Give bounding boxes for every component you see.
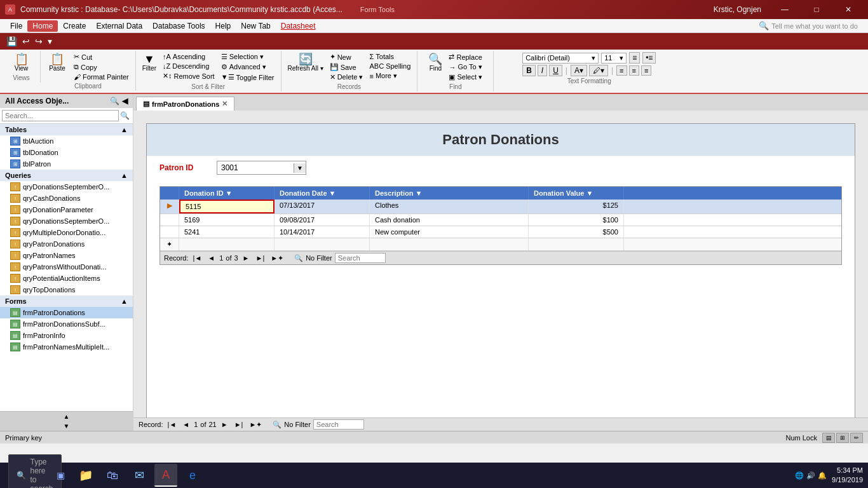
outer-new-record-button[interactable]: ►✦ xyxy=(247,420,264,430)
table-row[interactable]: 5241 10/14/2017 New computer $500 xyxy=(160,226,841,238)
forms-section-header[interactable]: Forms ▲ xyxy=(0,295,133,307)
font-selector[interactable]: Calibri (Detail) ▾ xyxy=(522,53,599,64)
remove-sort-button[interactable]: ✕↕ Remove Sort xyxy=(160,71,217,81)
more-button[interactable]: ≡ More ▾ xyxy=(367,71,414,81)
cell-donation-value-1[interactable]: $125 xyxy=(529,200,624,214)
col-header-donation-date[interactable]: Donation Date ▼ xyxy=(275,187,370,200)
menu-database-tools[interactable]: Database Tools xyxy=(147,20,210,32)
outer-next-record-button[interactable]: ► xyxy=(219,420,230,429)
replace-button[interactable]: ⇄ Replace xyxy=(446,52,485,62)
menu-create[interactable]: Create xyxy=(58,20,91,32)
toggle-filter-button[interactable]: ▼☰ Toggle Filter xyxy=(219,72,277,82)
customize-qa-button[interactable]: ▾ xyxy=(46,35,53,48)
new-record-row[interactable]: ✦ xyxy=(160,238,841,251)
first-record-button[interactable]: |◄ xyxy=(191,254,204,262)
cell-donation-id-1[interactable]: 5115 xyxy=(179,200,275,214)
menu-home[interactable]: Home xyxy=(27,20,58,32)
menu-file[interactable]: File xyxy=(5,20,27,32)
new-record-button[interactable]: ✦ New xyxy=(327,52,366,62)
inner-search-box[interactable] xyxy=(335,253,386,263)
tables-collapse-icon[interactable]: ▲ xyxy=(121,126,128,133)
nav-scroll-up[interactable]: ▲ xyxy=(0,412,133,421)
queries-collapse-icon[interactable]: ▲ xyxy=(121,172,128,179)
list-ordered-button[interactable]: ≡ xyxy=(629,52,640,64)
cell-description-2[interactable]: Cash donation xyxy=(370,214,529,226)
queries-section-header[interactable]: Queries ▲ xyxy=(0,170,133,181)
nav-item-tblDonation[interactable]: ⊞ tblDonation xyxy=(0,147,133,158)
taskbar-file-explorer[interactable]: 📁 xyxy=(74,464,97,487)
menu-external-data[interactable]: External Data xyxy=(91,20,147,32)
last-record-button[interactable]: ►| xyxy=(254,254,267,262)
cut-button[interactable]: ✂ Cut xyxy=(71,52,132,62)
notifications-icon[interactable]: 🔔 xyxy=(818,471,827,480)
list-unordered-button[interactable]: •≡ xyxy=(642,52,656,64)
nav-item-tblAuction[interactable]: ⊞ tblAuction xyxy=(0,135,133,147)
format-painter-button[interactable]: 🖌 Format Painter xyxy=(71,72,132,81)
minimize-button[interactable]: — xyxy=(770,0,799,19)
nav-item-qryDonationParameter[interactable]: ! qryDonationParameter xyxy=(0,204,133,215)
volume-icon[interactable]: 🔊 xyxy=(806,471,815,480)
nav-item-qryDonationsSept1[interactable]: ! qryDonationsSeptemberO... xyxy=(0,181,133,193)
nav-item-frmPatronInfo[interactable]: ▤ frmPatronInfo xyxy=(0,330,133,341)
save-qa-button[interactable]: 💾 xyxy=(5,35,18,48)
nav-item-qryTopDonations[interactable]: ! qryTopDonations xyxy=(0,284,133,295)
advanced-button[interactable]: ⚙ Advanced ▾ xyxy=(219,62,277,72)
font-color-button[interactable]: A▾ xyxy=(571,65,587,76)
italic-button[interactable]: I xyxy=(538,65,547,76)
nav-scroll-down[interactable]: ▼ xyxy=(0,421,133,431)
ascending-button[interactable]: ↑A Ascending xyxy=(160,52,217,61)
col-header-donation-id[interactable]: Donation ID ▼ xyxy=(179,187,275,200)
align-left-button[interactable]: ≡ xyxy=(616,65,627,76)
table-row[interactable]: 5169 09/08/2017 Cash donation $100 xyxy=(160,214,841,226)
nav-expand-icon[interactable]: ◀ xyxy=(122,97,128,105)
nav-item-frmPatronNamesMultiple[interactable]: ▤ frmPatronNamesMultipleIt... xyxy=(0,341,133,353)
patron-id-combo[interactable]: 3001 ▼ xyxy=(217,161,306,175)
nav-item-qryCashDonations[interactable]: ! qryCashDonations xyxy=(0,193,133,204)
form-view-button[interactable]: ▤ xyxy=(822,433,835,443)
taskbar-edge[interactable]: e xyxy=(181,464,204,487)
nav-item-qryDonationsSept2[interactable]: ! qryDonationsSeptemberO... xyxy=(0,215,133,227)
refresh-all-button[interactable]: 🔄 Refresh All ▾ xyxy=(285,52,326,73)
selection-button[interactable]: ☰ Selection ▾ xyxy=(219,52,277,62)
taskbar-search[interactable]: 🔍 Type here to search xyxy=(24,464,46,487)
cell-description-3[interactable]: New computer xyxy=(370,226,529,238)
spelling-button[interactable]: ABC Spelling xyxy=(367,62,414,71)
cell-donation-id-2[interactable]: 5169 xyxy=(179,214,275,226)
design-view-button[interactable]: ✏ xyxy=(850,433,863,443)
nav-item-qryPatronNames[interactable]: ! qryPatronNames xyxy=(0,250,133,261)
prev-record-button[interactable]: ◄ xyxy=(206,254,217,262)
nav-item-frmPatronDonationsSubf[interactable]: ▤ frmPatronDonationsSubf... xyxy=(0,318,133,330)
maximize-button[interactable]: □ xyxy=(802,0,831,19)
forms-collapse-icon[interactable]: ▲ xyxy=(121,297,128,305)
align-center-button[interactable]: ≡ xyxy=(629,65,639,76)
network-icon[interactable]: 🌐 xyxy=(795,471,804,480)
menu-datasheet[interactable]: Datasheet xyxy=(276,20,321,32)
nav-search-input[interactable] xyxy=(2,110,119,121)
cell-donation-date-2[interactable]: 09/08/2017 xyxy=(275,214,370,226)
select-button[interactable]: ▣ Select ▾ xyxy=(446,72,485,82)
nav-item-qryPatronDonations[interactable]: ! qryPatronDonations xyxy=(0,238,133,250)
totals-button[interactable]: Σ Totals xyxy=(367,52,414,61)
menu-help[interactable]: Help xyxy=(210,20,236,32)
highlight-button[interactable]: 🖊▾ xyxy=(589,65,608,76)
descending-button[interactable]: ↓Z Descending xyxy=(160,62,217,71)
nav-item-frmPatronDonations[interactable]: ▤ frmPatronDonations xyxy=(0,307,133,318)
cell-donation-date-3[interactable]: 10/14/2017 xyxy=(275,226,370,238)
font-size-selector[interactable]: 11 ▾ xyxy=(601,53,627,64)
cell-donation-date-1[interactable]: 07/13/2017 xyxy=(275,200,370,214)
copy-button[interactable]: ⧉ Copy xyxy=(71,62,132,72)
nav-item-qryMultipleDonor[interactable]: ! qryMultipleDonorDonatio... xyxy=(0,227,133,238)
cell-description-1[interactable]: Clothes xyxy=(370,200,529,214)
goto-button[interactable]: → Go To ▾ xyxy=(446,62,485,72)
outer-prev-record-button[interactable]: ◄ xyxy=(180,420,191,429)
redo-button[interactable]: ↪ xyxy=(34,35,44,48)
outer-last-record-button[interactable]: ►| xyxy=(233,420,245,429)
underline-button[interactable]: U xyxy=(549,65,562,76)
patron-id-dropdown-icon[interactable]: ▼ xyxy=(294,163,306,173)
nav-item-qryPatronsWithout[interactable]: ! qryPatronsWithoutDonati... xyxy=(0,261,133,273)
taskbar-store[interactable]: 🛍 xyxy=(101,464,124,487)
table-row[interactable]: ▶ 5115 07/13/2017 Clothes $125 xyxy=(160,200,841,214)
save-record-button[interactable]: 💾 Save xyxy=(327,62,366,72)
col-header-description[interactable]: Description ▼ xyxy=(370,187,529,200)
nav-search-toggle-icon[interactable]: 🔍 xyxy=(110,97,119,105)
